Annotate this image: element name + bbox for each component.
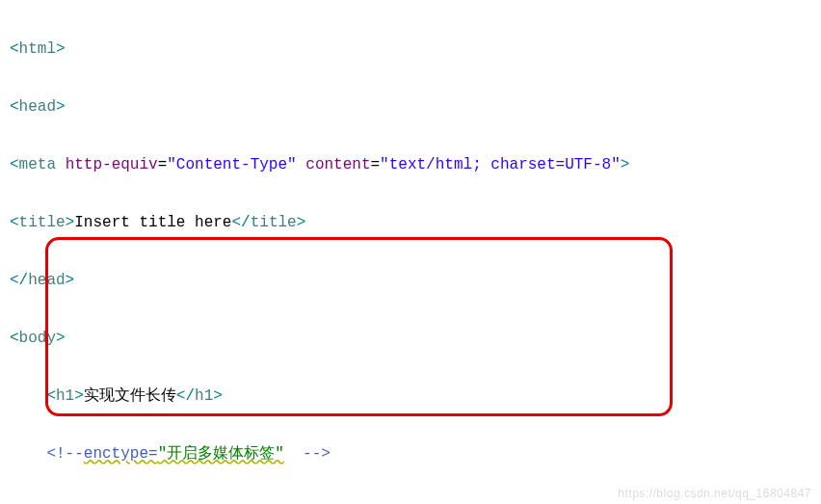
code-editor-view: <html> <head> <meta http-equiv="Content-…	[0, 0, 821, 504]
code-line: <form action="http://localhost:8091/file…	[10, 497, 811, 504]
code-line: <head>	[10, 93, 811, 121]
code-line: </head>	[10, 266, 811, 295]
code-line: <meta http-equiv="Content-Type" content=…	[10, 150, 811, 179]
code-line: <h1>实现文件长传</h1>	[10, 382, 811, 411]
code-line: <title>Insert title here</title>	[10, 208, 811, 237]
code-line: <!--enctype="开启多媒体标签" -->	[10, 439, 811, 468]
code-line: <body>	[10, 324, 811, 353]
code-line: <html>	[10, 35, 811, 64]
